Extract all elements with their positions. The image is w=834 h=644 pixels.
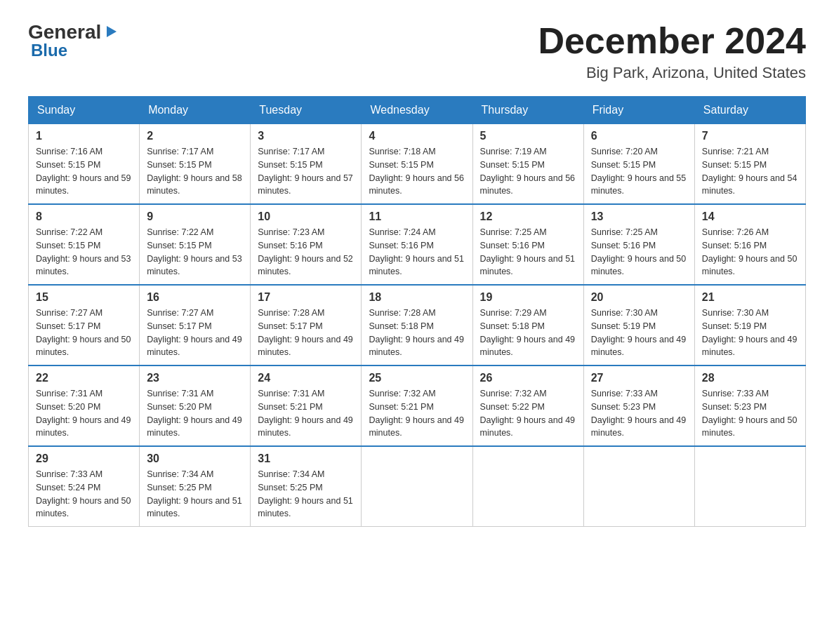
sunset-value: 5:15 PM xyxy=(290,160,323,170)
sunrise-label: Sunrise: xyxy=(369,147,403,156)
title-section: December 2024 Big Park, Arizona, United … xyxy=(538,21,806,82)
calendar-cell: 9 Sunrise: 7:22 AM Sunset: 5:15 PM Dayli… xyxy=(140,204,251,285)
day-number: 16 xyxy=(147,291,243,304)
sunset-label: Sunset: xyxy=(36,483,68,492)
sunset-value: 5:17 PM xyxy=(179,321,212,331)
sunrise-label: Sunrise: xyxy=(369,308,403,318)
sunset-label: Sunset: xyxy=(147,160,179,170)
sunrise-label: Sunrise: xyxy=(702,308,736,318)
sunrise-label: Sunrise: xyxy=(702,147,736,156)
daylight-label: Daylight: 9 hours and 49 minutes. xyxy=(369,335,464,358)
sunset-label: Sunset: xyxy=(702,241,734,250)
calendar-week-row: 15 Sunrise: 7:27 AM Sunset: 5:17 PM Dayl… xyxy=(29,285,806,365)
daylight-label: Daylight: 9 hours and 51 minutes. xyxy=(369,254,464,277)
sunset-value: 5:15 PM xyxy=(179,160,212,170)
day-info: Sunrise: 7:31 AM Sunset: 5:20 PM Dayligh… xyxy=(36,387,132,440)
day-info: Sunrise: 7:33 AM Sunset: 5:23 PM Dayligh… xyxy=(702,387,798,440)
sunrise-label: Sunrise: xyxy=(147,308,181,318)
day-number: 6 xyxy=(591,130,687,142)
day-number: 24 xyxy=(258,372,354,384)
daylight-label: Daylight: 9 hours and 50 minutes. xyxy=(591,254,687,277)
day-number: 10 xyxy=(258,210,354,223)
sunrise-value: 7:16 AM xyxy=(70,147,102,156)
calendar-cell xyxy=(472,446,583,527)
sunrise-label: Sunrise: xyxy=(480,308,515,318)
daylight-label: Daylight: 9 hours and 57 minutes. xyxy=(258,173,353,196)
sunrise-label: Sunrise: xyxy=(258,308,292,318)
day-info: Sunrise: 7:22 AM Sunset: 5:15 PM Dayligh… xyxy=(36,226,132,279)
sunrise-label: Sunrise: xyxy=(147,469,181,479)
calendar-cell: 18 Sunrise: 7:28 AM Sunset: 5:18 PM Dayl… xyxy=(362,285,472,365)
calendar-cell: 29 Sunrise: 7:33 AM Sunset: 5:24 PM Dayl… xyxy=(29,446,140,527)
calendar-cell xyxy=(362,446,472,527)
sunset-value: 5:15 PM xyxy=(401,160,434,170)
day-number: 25 xyxy=(369,372,465,384)
day-number: 29 xyxy=(36,452,132,465)
sunrise-value: 7:32 AM xyxy=(404,389,436,398)
sunset-label: Sunset: xyxy=(258,160,290,170)
day-info: Sunrise: 7:24 AM Sunset: 5:16 PM Dayligh… xyxy=(369,226,465,279)
daylight-label: Daylight: 9 hours and 59 minutes. xyxy=(36,173,131,196)
sunrise-value: 7:17 AM xyxy=(181,147,213,156)
calendar-cell: 16 Sunrise: 7:27 AM Sunset: 5:17 PM Dayl… xyxy=(140,285,251,365)
calendar-day-header: Monday xyxy=(140,97,251,124)
day-number: 15 xyxy=(36,291,132,304)
day-number: 23 xyxy=(147,372,243,384)
calendar-table: SundayMondayTuesdayWednesdayThursdayFrid… xyxy=(28,96,806,527)
day-number: 11 xyxy=(369,210,465,223)
sunset-value: 5:16 PM xyxy=(623,241,656,250)
calendar-cell: 11 Sunrise: 7:24 AM Sunset: 5:16 PM Dayl… xyxy=(362,204,472,285)
calendar-cell: 8 Sunrise: 7:22 AM Sunset: 5:15 PM Dayli… xyxy=(29,204,140,285)
daylight-label: Daylight: 9 hours and 50 minutes. xyxy=(702,415,797,438)
day-number: 28 xyxy=(702,372,798,384)
day-info: Sunrise: 7:26 AM Sunset: 5:16 PM Dayligh… xyxy=(702,226,798,279)
sunrise-value: 7:29 AM xyxy=(515,308,547,318)
calendar-cell: 28 Sunrise: 7:33 AM Sunset: 5:23 PM Dayl… xyxy=(694,365,805,446)
sunset-value: 5:15 PM xyxy=(734,160,767,170)
day-number: 2 xyxy=(147,130,243,142)
daylight-label: Daylight: 9 hours and 50 minutes. xyxy=(36,496,131,519)
day-number: 18 xyxy=(369,291,465,304)
day-info: Sunrise: 7:33 AM Sunset: 5:24 PM Dayligh… xyxy=(36,468,132,521)
sunrise-value: 7:31 AM xyxy=(181,389,213,398)
calendar-day-header: Saturday xyxy=(694,97,805,124)
sunset-value: 5:15 PM xyxy=(623,160,656,170)
calendar-cell xyxy=(583,446,694,527)
day-info: Sunrise: 7:30 AM Sunset: 5:19 PM Dayligh… xyxy=(702,307,798,359)
sunset-label: Sunset: xyxy=(258,241,290,250)
daylight-label: Daylight: 9 hours and 58 minutes. xyxy=(147,173,242,196)
sunset-label: Sunset: xyxy=(702,402,734,412)
calendar-cell xyxy=(694,446,805,527)
daylight-label: Daylight: 9 hours and 49 minutes. xyxy=(591,415,687,438)
day-number: 22 xyxy=(36,372,132,384)
day-number: 3 xyxy=(258,130,354,142)
sunrise-label: Sunrise: xyxy=(36,469,70,479)
sunrise-label: Sunrise: xyxy=(147,227,181,237)
sunrise-value: 7:32 AM xyxy=(515,389,547,398)
day-info: Sunrise: 7:27 AM Sunset: 5:17 PM Dayligh… xyxy=(147,307,243,359)
daylight-label: Daylight: 9 hours and 51 minutes. xyxy=(258,496,353,519)
sunset-value: 5:17 PM xyxy=(68,321,101,331)
daylight-label: Daylight: 9 hours and 49 minutes. xyxy=(480,335,576,358)
sunrise-value: 7:21 AM xyxy=(736,147,769,156)
sunrise-value: 7:25 AM xyxy=(515,227,547,237)
sunset-label: Sunset: xyxy=(480,160,512,170)
daylight-label: Daylight: 9 hours and 51 minutes. xyxy=(147,496,242,519)
calendar-header-row: SundayMondayTuesdayWednesdayThursdayFrid… xyxy=(29,97,806,124)
calendar-week-row: 29 Sunrise: 7:33 AM Sunset: 5:24 PM Dayl… xyxy=(29,446,806,527)
day-number: 26 xyxy=(480,372,576,384)
sunrise-value: 7:22 AM xyxy=(70,227,102,237)
calendar-day-header: Thursday xyxy=(472,97,583,124)
calendar-day-header: Wednesday xyxy=(362,97,472,124)
calendar-cell: 10 Sunrise: 7:23 AM Sunset: 5:16 PM Dayl… xyxy=(251,204,362,285)
sunrise-value: 7:28 AM xyxy=(404,308,436,318)
calendar-cell: 23 Sunrise: 7:31 AM Sunset: 5:20 PM Dayl… xyxy=(140,365,251,446)
sunrise-label: Sunrise: xyxy=(258,227,292,237)
day-number: 27 xyxy=(591,372,687,384)
day-info: Sunrise: 7:25 AM Sunset: 5:16 PM Dayligh… xyxy=(480,226,576,279)
sunrise-value: 7:17 AM xyxy=(293,147,325,156)
daylight-label: Daylight: 9 hours and 49 minutes. xyxy=(258,415,353,438)
day-number: 17 xyxy=(258,291,354,304)
sunrise-value: 7:30 AM xyxy=(736,308,769,318)
calendar-cell: 5 Sunrise: 7:19 AM Sunset: 5:15 PM Dayli… xyxy=(472,124,583,205)
